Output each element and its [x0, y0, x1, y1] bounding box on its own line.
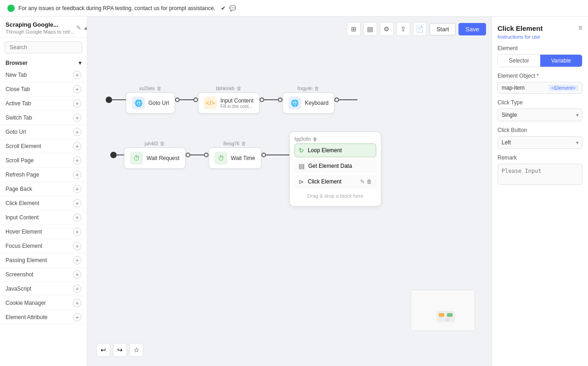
sidebar-item-page-back[interactable]: Page Back + [0, 182, 87, 196]
selector-toggle[interactable]: Selector [498, 55, 540, 67]
node-goto-url[interactable]: xs20els 🗑 🌐 Goto Url [126, 86, 175, 114]
sidebar-item-label: Active Tab [6, 100, 31, 107]
node-input-content[interactable]: bbhkmkb 🗑 </> Input Content Fill in the … [198, 86, 260, 114]
element-object-section: Element Object * map-item <Element> [498, 73, 582, 94]
element-object-input[interactable]: map-item <Element> [498, 82, 582, 94]
variable-toggle[interactable]: Variable [540, 55, 582, 67]
sidebar-item-goto-url[interactable]: Goto Url + [0, 125, 87, 139]
add-page-back-icon[interactable]: + [73, 185, 81, 193]
node-delete-icon[interactable]: 🗑 [241, 141, 246, 146]
instructions-link[interactable]: Instructions for use [498, 34, 582, 40]
sidebar-item-javascript[interactable]: JavaScript + [0, 282, 87, 296]
sidebar-item-label: Cookie Manager [6, 300, 46, 306]
remark-label: Remark [498, 154, 582, 161]
add-hover-element-icon[interactable]: + [73, 228, 81, 236]
sidebar-item-label: Refresh Page [6, 172, 39, 178]
node-wait-time[interactable]: 8eisg76 🗑 ⏱ Wait Time [209, 141, 261, 169]
add-refresh-page-icon[interactable]: + [73, 171, 81, 179]
layout-icon[interactable]: ▤ [363, 22, 377, 36]
sidebar-item-label: Goto Url [6, 129, 26, 135]
canvas-bottom-controls: ↩ ↪ ☆ [96, 343, 143, 357]
grid-view-icon[interactable]: ⊞ [347, 22, 361, 36]
sidebar-item-input-content[interactable]: Input Content + [0, 211, 87, 225]
add-javascript-icon[interactable]: + [73, 285, 81, 293]
add-cookie-manager-icon[interactable]: + [73, 299, 81, 307]
wait-request-icon: ⏱ [130, 152, 143, 165]
sidebar-item-click-element[interactable]: Click Element + [0, 196, 87, 211]
add-passing-element-icon[interactable]: + [73, 256, 81, 264]
add-switch-tab-icon[interactable]: + [73, 114, 81, 122]
sidebar-item-switch-tab[interactable]: Switch Tab + [0, 111, 87, 125]
loop-group-delete-icon[interactable]: 🗑 [313, 137, 317, 142]
sidebar-item-focus-element[interactable]: Focus Element + [0, 239, 87, 253]
connector-trailing [334, 97, 357, 102]
undo-button[interactable]: ↩ [96, 343, 110, 357]
panel-menu-icon[interactable]: ≡ [578, 24, 582, 32]
node-delete-icon[interactable]: 🗑 [160, 141, 165, 146]
sidebar-item-scroll-page[interactable]: Scroll Page + [0, 154, 87, 168]
get-element-data-icon: ▤ [299, 162, 305, 170]
document-icon[interactable]: 📄 [413, 22, 427, 36]
search-input[interactable] [5, 41, 82, 53]
sidebar-item-scroll-element[interactable]: Scroll Element + [0, 139, 87, 154]
sidebar-item-label: Input Content [6, 214, 39, 221]
edit-icon[interactable]: ✎ [76, 24, 81, 31]
sidebar-item-new-tab[interactable]: New Tab + [0, 68, 87, 82]
loop-item-get-element-data[interactable]: ▤ Get Element Data [294, 159, 376, 173]
sidebar-item-label: Scroll Element [6, 143, 41, 149]
node-delete-icon[interactable]: 🗑 [314, 86, 319, 91]
click-button-select[interactable]: Left Right Middle [498, 136, 582, 149]
loop-item-loop-element[interactable]: ↻ Loop Element [294, 143, 376, 157]
project-title: Scraping Google... [6, 21, 65, 28]
element-section: Element Selector Variable [498, 45, 582, 67]
canvas-area[interactable]: ⊞ ▤ ⚙ ⇪ 📄 Start Save xs20els 🗑 [87, 17, 492, 366]
edit-action-icon[interactable]: ✎ [360, 178, 365, 185]
settings-icon[interactable]: ⚙ [380, 22, 394, 36]
loop-group[interactable]: fgg9o8n 🗑 ↻ Loop Element ▤ Get Element D… [289, 132, 381, 206]
loop-item-actions: ✎ 🗑 [360, 178, 372, 185]
upload-icon[interactable]: ⇪ [396, 22, 410, 36]
element-object-label: Element Object * [498, 73, 582, 79]
sidebar-item-label: Page Back [6, 186, 32, 192]
add-active-tab-icon[interactable]: + [73, 99, 81, 108]
sidebar-item-refresh-page[interactable]: Refresh Page + [0, 168, 87, 182]
connector [260, 97, 283, 102]
add-new-tab-icon[interactable]: + [73, 71, 81, 79]
remark-section: Remark [498, 154, 582, 186]
add-scroll-element-icon[interactable]: + [73, 142, 81, 150]
sidebar-item-hover-element[interactable]: Hover Element + [0, 225, 87, 239]
svg-rect-0 [411, 290, 475, 331]
start-button[interactable]: Start [430, 23, 456, 35]
section-collapse-icon[interactable]: ▾ [79, 60, 81, 66]
add-element-attribute-icon[interactable]: + [73, 313, 81, 321]
connector [175, 97, 198, 102]
sidebar-item-screenshot[interactable]: Screenshot + [0, 268, 87, 282]
add-focus-element-icon[interactable]: + [73, 242, 81, 250]
add-scroll-page-icon[interactable]: + [73, 156, 81, 165]
sidebar-item-close-tab[interactable]: Close Tab + [0, 82, 87, 97]
sidebar-item-cookie-manager[interactable]: Cookie Manager + [0, 296, 87, 310]
add-close-tab-icon[interactable]: + [73, 85, 81, 93]
sidebar-item-element-attribute[interactable]: Element Attribute + [0, 310, 87, 325]
bookmark-button[interactable]: ☆ [130, 343, 143, 357]
loop-group-id: fgg9o8n 🗑 [294, 137, 376, 142]
add-screenshot-icon[interactable]: + [73, 270, 81, 279]
add-goto-url-icon[interactable]: + [73, 128, 81, 136]
node-delete-icon[interactable]: 🗑 [237, 86, 242, 91]
redo-button[interactable]: ↪ [113, 343, 127, 357]
svg-rect-3 [447, 313, 452, 317]
delete-action-icon[interactable]: 🗑 [367, 178, 372, 185]
save-button[interactable]: Save [458, 23, 486, 35]
sidebar-item-passing-element[interactable]: Passing Element + [0, 253, 87, 268]
node-delete-icon[interactable]: 🗑 [157, 86, 162, 91]
click-button-label: Click Button [498, 127, 582, 133]
loop-item-click-element[interactable]: ⊳ Click Element ✎ 🗑 [294, 175, 376, 189]
node-keyboard[interactable]: frxgy4n 🗑 🌐 Keyboard [283, 86, 334, 114]
collapse-icon[interactable]: ▲ [83, 24, 87, 31]
remark-input[interactable] [498, 164, 582, 185]
node-wait-request[interactable]: juh4il3 🗑 ⏱ Wait Request [124, 141, 186, 169]
sidebar-item-active-tab[interactable]: Active Tab + [0, 97, 87, 111]
add-input-content-icon[interactable]: + [73, 213, 81, 222]
click-type-select[interactable]: Single Double Right [498, 109, 582, 121]
add-click-element-icon[interactable]: + [73, 199, 81, 207]
